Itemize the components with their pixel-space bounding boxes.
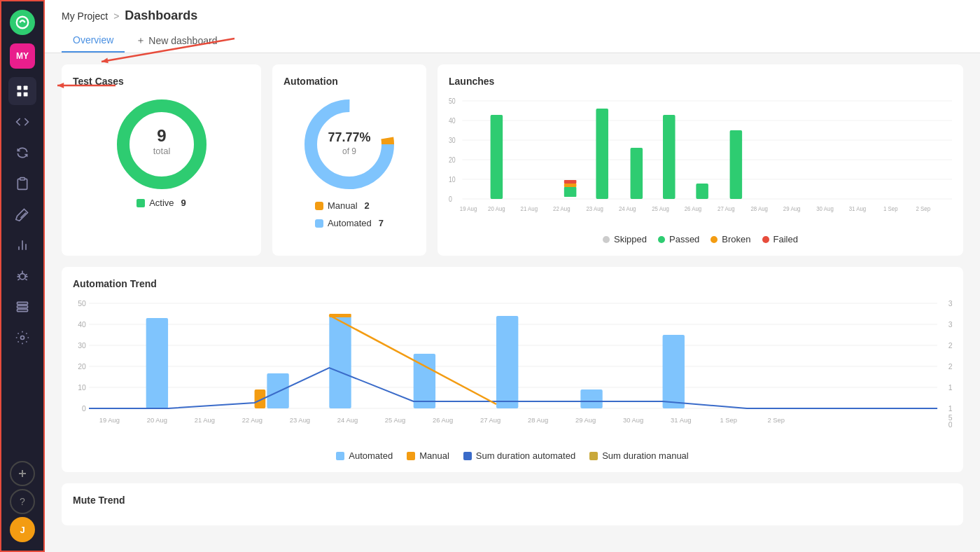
sum-duration-auto-legend: Sum duration automated <box>463 450 575 461</box>
clipboard-icon[interactable] <box>8 170 36 198</box>
svg-text:50: 50 <box>78 300 86 308</box>
svg-text:40: 40 <box>449 116 456 125</box>
svg-rect-42 <box>696 184 708 199</box>
svg-text:total: total <box>153 146 170 156</box>
svg-text:28 Aug: 28 Aug <box>528 417 548 424</box>
bug-icon[interactable] <box>8 262 36 290</box>
svg-text:100,000: 100,000 <box>948 405 952 413</box>
automation-trend-title: Automation Trend <box>73 278 952 289</box>
breadcrumb-project: My Project <box>62 11 108 22</box>
breadcrumb: My Project > Dashboards <box>62 8 963 23</box>
launches-legend: Skipped Passed Broken Failed <box>449 230 952 244</box>
svg-text:1 Sep: 1 Sep <box>720 417 737 424</box>
svg-text:1 Sep: 1 Sep <box>883 205 898 212</box>
svg-rect-12 <box>18 309 28 311</box>
svg-rect-82 <box>329 316 351 408</box>
tab-add-dashboard[interactable]: ＋ New dashboard <box>127 29 225 53</box>
svg-rect-3 <box>18 92 22 97</box>
sidebar: MY ? J <box>0 0 45 552</box>
svg-rect-41 <box>663 115 676 199</box>
user-avatar[interactable]: J <box>10 517 35 542</box>
svg-text:27 Aug: 27 Aug <box>718 205 735 212</box>
test-cases-title: Test Cases <box>73 76 250 87</box>
svg-rect-86 <box>580 389 602 408</box>
passed-legend: Passed <box>658 234 699 244</box>
svg-text:26 Aug: 26 Aug <box>685 205 702 212</box>
svg-text:30 Aug: 30 Aug <box>623 417 643 424</box>
header: My Project > Dashboards Overview ＋ New d… <box>45 0 980 53</box>
svg-point-13 <box>21 336 24 340</box>
svg-text:150,000: 150,000 <box>948 384 952 392</box>
svg-text:30: 30 <box>449 136 456 144</box>
svg-text:31 Aug: 31 Aug <box>671 417 691 424</box>
svg-rect-79 <box>146 318 168 408</box>
svg-text:20: 20 <box>78 363 86 371</box>
svg-rect-5 <box>20 178 25 180</box>
svg-rect-81 <box>267 373 288 408</box>
tabs-bar: Overview ＋ New dashboard <box>62 29 963 53</box>
svg-text:of 9: of 9 <box>342 146 356 156</box>
test-cases-chart: 9 total Active 9 <box>73 95 250 208</box>
manual-legend: Manual 2 <box>315 200 384 211</box>
svg-text:22 Aug: 22 Aug <box>553 205 570 212</box>
launches-widget: Launches 50 40 30 20 10 0 <box>438 64 963 256</box>
svg-point-0 <box>17 17 29 29</box>
svg-rect-11 <box>18 305 28 308</box>
chart-icon[interactable] <box>8 231 36 259</box>
svg-rect-85 <box>496 316 518 408</box>
tab-overview[interactable]: Overview <box>62 29 125 53</box>
svg-text:19 Aug: 19 Aug <box>99 417 120 424</box>
top-widgets-row: Test Cases 9 total Active 9 <box>62 64 963 256</box>
broken-legend: Broken <box>710 234 750 244</box>
dashboard-icon[interactable] <box>8 77 36 105</box>
automation-widget: Automation 77.77%of 9 Manual 2 Automated… <box>272 64 426 256</box>
svg-text:25 Aug: 25 Aug <box>385 417 405 424</box>
test-cases-widget: Test Cases 9 total Active 9 <box>62 64 261 256</box>
svg-text:10: 10 <box>78 384 86 392</box>
svg-rect-37 <box>564 184 577 187</box>
svg-rect-10 <box>18 302 28 304</box>
svg-text:21 Aug: 21 Aug <box>195 417 215 424</box>
active-legend: Active 9 <box>136 198 186 208</box>
svg-rect-1 <box>18 86 22 90</box>
svg-text:2 Sep: 2 Sep <box>916 205 930 212</box>
svg-text:2 Sep: 2 Sep <box>767 417 785 424</box>
svg-line-88 <box>329 315 496 404</box>
svg-rect-2 <box>24 86 28 90</box>
refresh-icon[interactable] <box>8 139 36 167</box>
launches-title: Launches <box>449 76 952 87</box>
add-button[interactable] <box>10 461 35 486</box>
launch-icon[interactable] <box>8 200 36 228</box>
svg-text:31 Aug: 31 Aug <box>849 205 867 212</box>
svg-text:25 Aug: 25 Aug <box>652 205 669 212</box>
help-button[interactable]: ? <box>10 489 35 514</box>
svg-text:10: 10 <box>449 175 456 184</box>
automated-trend-legend: Automated <box>336 450 393 461</box>
active-dot <box>136 199 145 207</box>
automated-legend: Automated 7 <box>315 218 384 228</box>
svg-rect-36 <box>564 187 577 197</box>
project-avatar[interactable]: MY <box>10 43 35 69</box>
app-logo <box>10 10 35 35</box>
settings-icon[interactable] <box>8 324 36 352</box>
svg-rect-40 <box>631 148 643 199</box>
svg-text:20 Aug: 20 Aug <box>488 205 505 212</box>
automation-chart: 77.77%of 9 Manual 2 Automated 7 <box>284 95 415 228</box>
mute-trend-title: Mute Trend <box>73 495 952 506</box>
svg-point-20 <box>311 106 388 183</box>
svg-text:0: 0 <box>948 421 952 429</box>
svg-text:0: 0 <box>82 405 86 413</box>
breadcrumb-current: Dashboards <box>125 8 197 23</box>
svg-text:30: 30 <box>78 342 86 350</box>
manual-trend-legend: Manual <box>407 450 449 461</box>
code-icon[interactable] <box>8 108 36 136</box>
svg-rect-4 <box>24 92 28 97</box>
svg-text:350,000: 350,000 <box>948 300 952 308</box>
svg-text:250,000: 250,000 <box>948 342 952 350</box>
svg-text:24 Aug: 24 Aug <box>619 205 636 212</box>
launches-chart: 50 40 30 20 10 0 <box>449 95 952 221</box>
storage-icon[interactable] <box>8 293 36 321</box>
svg-rect-43 <box>730 130 743 199</box>
svg-text:30 Aug: 30 Aug <box>816 205 834 212</box>
svg-text:23 Aug: 23 Aug <box>586 205 603 212</box>
